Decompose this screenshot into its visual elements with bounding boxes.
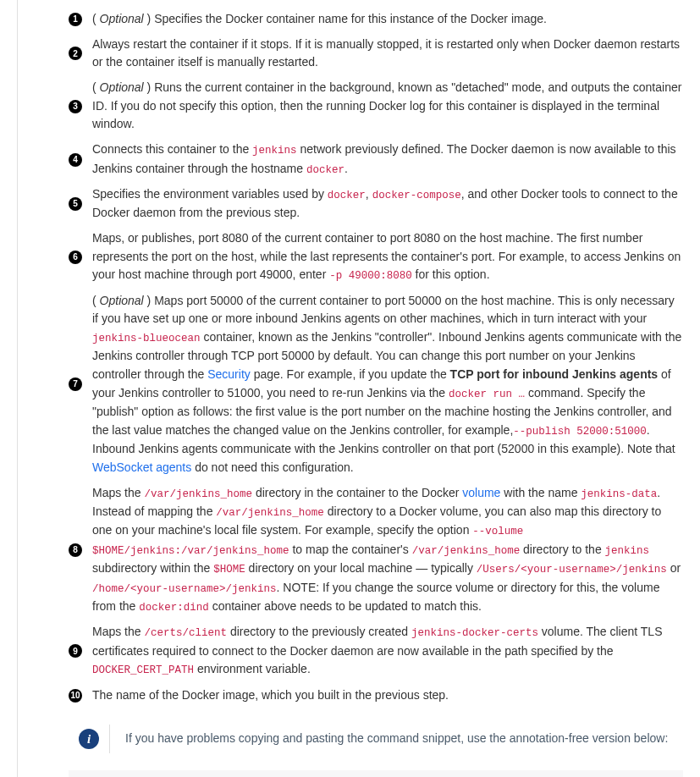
callout-number-badge: 9	[69, 644, 82, 658]
callout-text: The name of the Docker image, which you …	[92, 686, 683, 705]
callout-number-badge: 10	[69, 689, 82, 703]
inline-code: jenkins	[252, 145, 297, 157]
inline-code: jenkins-data	[581, 488, 657, 500]
callout-number-badge: 7	[69, 377, 82, 391]
info-icon: i	[69, 729, 109, 749]
inline-code: /var/jenkins_home	[216, 507, 324, 519]
inline-code: /var/jenkins_home	[412, 545, 521, 557]
inline-code: docker	[306, 164, 344, 176]
doc-link[interactable]: volume	[462, 486, 500, 499]
inline-code: DOCKER_CERT_PATH	[92, 664, 194, 676]
callout-row: 4Connects this container to the jenkins …	[69, 141, 683, 179]
callout-text: Maps, or publishes, port 8080 of the cur…	[92, 229, 683, 285]
inline-code: docker:dind	[139, 602, 209, 614]
inline-code: -p 49000:8080	[329, 270, 412, 282]
optional-label: Optional	[100, 12, 144, 25]
callout-row: 7( Optional ) Maps port 50000 of the cur…	[69, 292, 683, 477]
callout-row: 1( Optional ) Specifies the Docker conta…	[69, 10, 683, 29]
callout-row: 9Maps the /certs/client directory to the…	[69, 623, 683, 679]
callout-row: 5Specifies the environment variables use…	[69, 185, 683, 223]
inline-code: docker	[328, 190, 366, 201]
callout-number-badge: 3	[69, 100, 82, 113]
callout-number-badge: 8	[69, 543, 82, 557]
callout-row: 2Always restart the container if it stop…	[69, 36, 683, 72]
inline-code: jenkins-docker-certs	[411, 627, 538, 639]
inline-code: jenkins-blueocean	[92, 333, 201, 344]
callout-text: Maps the /var/jenkins_home directory in …	[92, 484, 683, 617]
inline-code: $HOME	[213, 564, 245, 576]
callout-list: 1( Optional ) Specifies the Docker conta…	[69, 10, 683, 704]
inline-code: docker-compose	[372, 190, 461, 201]
callout-row: 10The name of the Docker image, which yo…	[69, 686, 683, 705]
note-text: If you have problems copying and pasting…	[109, 725, 683, 753]
bold-text: TCP port for inbound Jenkins agents	[450, 367, 659, 381]
inline-code: jenkins	[605, 545, 650, 557]
optional-label: Optional	[100, 294, 144, 307]
page-content: 1( Optional ) Specifies the Docker conta…	[17, 0, 700, 777]
doc-link[interactable]: Security	[207, 367, 251, 381]
callout-number-badge: 2	[69, 47, 82, 60]
callout-text: Connects this container to the jenkins n…	[92, 141, 683, 179]
callout-text: ( Optional ) Specifies the Docker contai…	[92, 10, 683, 29]
inline-code: /Users/<your-username>/jenkins	[477, 564, 667, 576]
callout-text: Specifies the environment variables used…	[92, 185, 683, 223]
note-admonition: i If you have problems copying and pasti…	[69, 721, 683, 757]
callout-text: Always restart the container if it stops…	[92, 36, 683, 72]
callout-row: 6Maps, or publishes, port 8080 of the cu…	[69, 229, 683, 285]
callout-text: Maps the /certs/client directory to the …	[92, 623, 683, 679]
inline-code: --publish 52000:51000	[513, 426, 647, 438]
inline-code: /home/<your-username>/jenkins	[92, 583, 277, 595]
callout-number-badge: 5	[69, 197, 82, 211]
inline-code: docker run …	[449, 388, 525, 400]
inline-code: /var/jenkins_home	[144, 488, 252, 500]
inline-code: /certs/client	[144, 627, 227, 639]
callout-text: ( Optional ) Maps port 50000 of the curr…	[92, 292, 683, 477]
callout-row: 8Maps the /var/jenkins_home directory in…	[69, 484, 683, 617]
callout-text: ( Optional ) Runs the current container …	[92, 79, 683, 134]
doc-link[interactable]: WebSocket agents	[92, 460, 191, 474]
callout-row: 3( Optional ) Runs the current container…	[69, 79, 683, 134]
optional-label: Optional	[100, 80, 144, 94]
code-block[interactable]: docker run --name jenkins-blueocean --re…	[69, 770, 683, 777]
callout-number-badge: 6	[69, 251, 82, 264]
callout-number-badge: 1	[69, 13, 82, 26]
callout-number-badge: 4	[69, 153, 82, 167]
